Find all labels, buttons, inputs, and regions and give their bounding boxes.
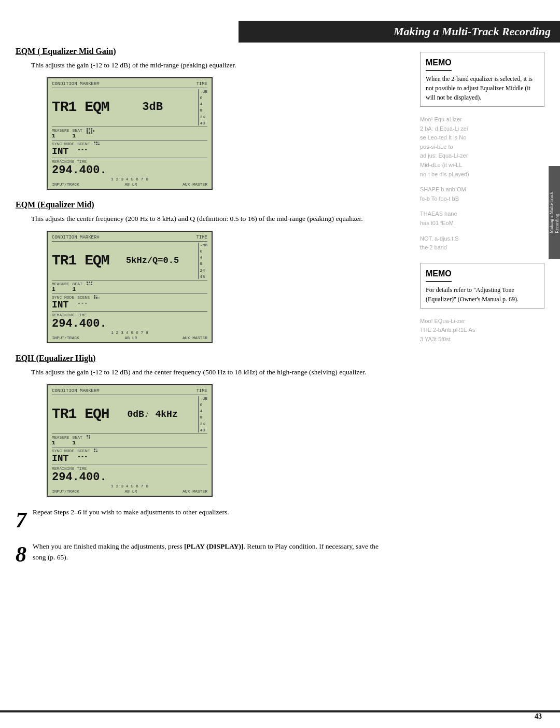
memo-box-1: MEMO When the 2-band equalizer is select… — [420, 52, 544, 107]
lcd-display-3: CONDITION MARKER# TIME TR1 EQH 0dB♪ 4kHz… — [47, 384, 213, 497]
lcd-input-labels: INPUT/TRACK AB LR AUX MASTER — [52, 182, 207, 187]
bottom-bar — [0, 710, 560, 712]
lcd-track-nums: 1 2 3 4 5 6 7 8 — [52, 177, 207, 181]
lcd-value-3: 0dB♪ 4kHz — [128, 409, 178, 419]
step-8-text: When you are finished making the adjustm… — [33, 541, 389, 563]
memo-text-1: When the 2-band equalizer is selected, i… — [426, 74, 539, 102]
step-7-block: 7 Repeat Steps 2–6 if you wish to make a… — [16, 507, 389, 531]
page-number: 43 — [535, 712, 542, 721]
lcd-sync-block: SYNC MODE INT SCENE --- — [52, 142, 90, 157]
right-column: MEMO When the 2-band equalizer is select… — [420, 52, 544, 351]
eqh-body: This adjusts the gain (-12 to 12 dB) and… — [31, 367, 389, 378]
step-7-number: 7 — [16, 509, 26, 531]
main-content: EQM ( Equalizer Mid Gain) This adjusts t… — [16, 41, 389, 573]
lcd-value-2: 5kHz/Q=0.5 — [126, 256, 179, 265]
eqm-mid-heading: EQM (Equalizer Mid) — [16, 200, 389, 209]
faded-block-5: Moo! EQua-Li-zer THE 2-bAnb.pR1E As 3 YA… — [420, 317, 544, 344]
eqm-mid-body: This adjusts the center frequency (200 H… — [31, 214, 389, 225]
step-8-number: 8 — [16, 543, 26, 565]
section-eqm-gain: EQM ( Equalizer Mid Gain) This adjusts t… — [16, 47, 389, 190]
step-7-text: Repeat Steps 2–6 if you wish to make adj… — [33, 507, 389, 518]
lcd-value-1: 3dB — [142, 101, 163, 114]
memo-text-2: For details refer to "Adjusting Tone (Eq… — [426, 285, 539, 304]
lcd-bars-block2 — [94, 142, 207, 146]
section-eqh: EQH (Equalizer High) This adjusts the ga… — [16, 354, 389, 497]
lcd-db-scale: -dB 0 4 ⊠ 24 48 — [198, 89, 207, 125]
lcd-display-1: CONDITION MARKER# TIME TR1 EQM 3dB -dB 0… — [47, 77, 213, 190]
lcd-db-scale-3: -dB04⊠2448 — [198, 396, 207, 432]
lcd-display-2: CONDITION MARKER# TIME TR1 EQM 5kHz/Q=0.… — [47, 231, 213, 343]
section-eqm-mid: EQM (Equalizer Mid) This adjusts the cen… — [16, 200, 389, 343]
lcd-db-scale-2: -dB04⊠2448 — [198, 243, 207, 279]
step-8-block: 8 When you are finished making the adjus… — [16, 541, 389, 565]
lcd-measure-block: MEASURE 1 BEAT 1 — [52, 128, 82, 139]
eqm-gain-heading: EQM ( Equalizer Mid Gain) — [16, 47, 389, 56]
lcd-track-label-2: TR1 EQM — [52, 253, 109, 269]
lcd-remaining-block: REMAINING TIME 294.400. — [52, 159, 107, 177]
lcd-time-label: TIME — [196, 81, 207, 87]
lcd-condition-label: CONDITION MARKER# — [52, 81, 100, 87]
sidebar-tab: Making a Multi-TrackRecording — [549, 166, 560, 259]
eqh-heading: EQH (Equalizer High) — [16, 354, 389, 363]
lcd-bars-block — [87, 128, 207, 134]
lcd-track-label-3: TR1 EQH — [52, 406, 109, 422]
page-title: Making a Multi-Track Recording — [239, 21, 560, 43]
memo-title-1: MEMO — [426, 57, 452, 71]
step-8-bold: [PLAY (DISPLAY)] — [184, 542, 243, 550]
faded-block-1: Moo! Equ-aLizer 2 bA: d Ecua-Li zei se L… — [420, 115, 544, 179]
faded-block-2: SHAPE b.anb.OM fo-b To foo-t bB — [420, 185, 544, 203]
eqm-gain-body: This adjusts the gain (-12 to 12 dB) of … — [31, 60, 389, 71]
faded-block-3: THAEAS hane has t01 fEoM — [420, 209, 544, 228]
lcd-track-label: TR1 EQM — [52, 99, 109, 115]
faded-block-4: NOT. a-djus.t.S the 2 band — [420, 234, 544, 253]
memo-title-2: MEMO — [426, 268, 452, 282]
memo-box-2: MEMO For details refer to "Adjusting Ton… — [420, 263, 544, 309]
